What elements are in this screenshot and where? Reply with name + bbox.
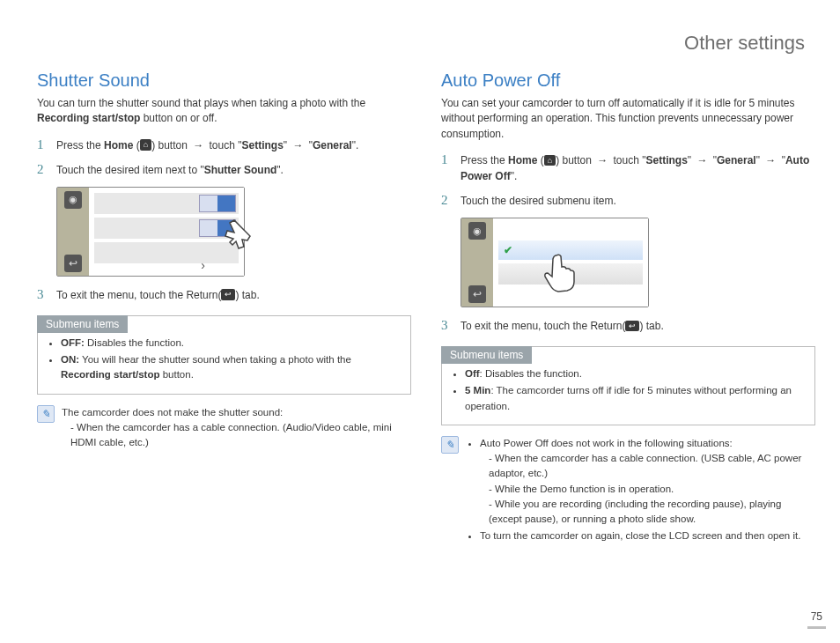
column-left: Shutter Sound You can turn the shutter s…	[37, 63, 411, 546]
step-text: Press the Home (⌂) button → touch "Setti…	[461, 152, 815, 184]
return-icon: ↩	[468, 285, 486, 303]
steps-apo-cont: 3 To exit the menu, touch the Return(↩) …	[441, 318, 815, 334]
toggle	[199, 195, 236, 212]
arrow-icon: →	[696, 152, 707, 168]
step-text: To exit the menu, touch the Return(↩) ta…	[461, 318, 664, 334]
arrow-icon: →	[292, 137, 303, 153]
intro-apo: You can set your camcorder to turn off a…	[441, 96, 815, 142]
step-1: 1 Press the Home (⌂) button → touch "Set…	[441, 152, 815, 184]
arrow-icon: →	[765, 152, 776, 168]
camera-icon: ◉	[468, 222, 486, 240]
steps-apo: 1 Press the Home (⌂) button → touch "Set…	[441, 152, 815, 209]
check-icon: ✔	[504, 244, 512, 256]
device-screen: ◉ ↩ ✔	[461, 218, 649, 307]
note-icon: ✎	[441, 436, 459, 454]
arrow-icon: →	[597, 152, 608, 168]
text: button on or off.	[140, 112, 217, 124]
hand-pointer-icon	[537, 250, 581, 294]
submenu-item: OFF: Disables the function.	[61, 336, 402, 351]
note-item: To turn the camcorder on again, close th…	[480, 528, 815, 543]
note-body: Auto Power Off does not work in the foll…	[466, 436, 815, 546]
page-title: Other settings	[37, 32, 805, 55]
step-number: 3	[441, 318, 461, 333]
step-text: To exit the menu, touch the Return(↩) ta…	[56, 287, 260, 303]
page-number: 75	[807, 609, 826, 629]
note-icon: ✎	[37, 405, 55, 423]
note-item: Auto Power Off does not work in the foll…	[480, 436, 815, 528]
text-bold: Recording start/stop	[37, 112, 140, 124]
heading-shutter-sound: Shutter Sound	[37, 70, 411, 91]
text: You can turn the shutter sound that play…	[37, 97, 365, 109]
note-body: The camcorder does not make the shutter …	[62, 405, 411, 451]
submenu-header: Submenu items	[441, 346, 532, 364]
camera-icon: ◉	[64, 191, 82, 209]
note-apo: ✎ Auto Power Off does not work in the fo…	[441, 436, 815, 546]
steps-shutter: 1 Press the Home (⌂) button → touch "Set…	[37, 137, 411, 178]
step-number: 1	[441, 152, 461, 167]
submenu-header: Submenu items	[37, 315, 128, 333]
submenu-block: Submenu items Off: Disables the function…	[441, 343, 815, 425]
intro-shutter: You can turn the shutter sound that play…	[37, 96, 411, 127]
step-number: 3	[37, 287, 56, 302]
home-icon: ⌂	[544, 155, 556, 166]
heading-auto-power-off: Auto Power Off	[441, 70, 815, 91]
step-number: 2	[37, 162, 56, 177]
hand-pointer-icon	[212, 214, 256, 258]
return-icon: ↩	[625, 321, 639, 332]
step-text: Touch the desired submenu item.	[461, 193, 616, 209]
manual-page: Other settings Shutter Sound You can tur…	[0, 0, 840, 643]
submenu-item: Off: Disables the function.	[465, 366, 806, 381]
return-icon: ↩	[221, 289, 235, 300]
chevron-icon: ›	[201, 258, 205, 272]
step-text: Touch the desired item next to "Shutter …	[56, 162, 284, 178]
submenu-item: ON: You will hear the shutter sound when…	[61, 352, 402, 383]
return-icon: ↩	[64, 255, 82, 272]
step-number: 1	[37, 137, 56, 152]
note-shutter: ✎ The camcorder does not make the shutte…	[37, 405, 411, 451]
screen-sidebar: ◉ ↩	[57, 188, 89, 276]
step-3: 3 To exit the menu, touch the Return(↩) …	[441, 318, 815, 334]
menu-row	[94, 193, 239, 214]
submenu-item: 5 Min: The camcorder turns off if idle f…	[465, 383, 806, 414]
step-2: 2 Touch the desired item next to "Shutte…	[37, 162, 411, 178]
column-right: Auto Power Off You can set your camcorde…	[441, 63, 815, 546]
home-icon: ⌂	[140, 139, 151, 151]
steps-shutter-cont: 3 To exit the menu, touch the Return(↩) …	[37, 287, 411, 303]
submenu-block: Submenu items OFF: Disables the function…	[37, 312, 411, 395]
arrow-icon: →	[193, 137, 203, 153]
screenshot-shutter: ◉ ↩ ›	[56, 187, 411, 277]
step-3: 3 To exit the menu, touch the Return(↩) …	[37, 287, 411, 303]
screenshot-apo: ◉ ↩ ✔	[461, 218, 815, 307]
two-column-layout: Shutter Sound You can turn the shutter s…	[37, 63, 815, 546]
screen-sidebar: ◉ ↩	[461, 218, 493, 307]
device-screen: ◉ ↩ ›	[56, 187, 245, 277]
step-number: 2	[441, 193, 461, 208]
step-1: 1 Press the Home (⌂) button → touch "Set…	[37, 137, 411, 153]
step-text: Press the Home (⌂) button → touch "Setti…	[56, 137, 358, 153]
step-2: 2 Touch the desired submenu item.	[441, 193, 815, 209]
